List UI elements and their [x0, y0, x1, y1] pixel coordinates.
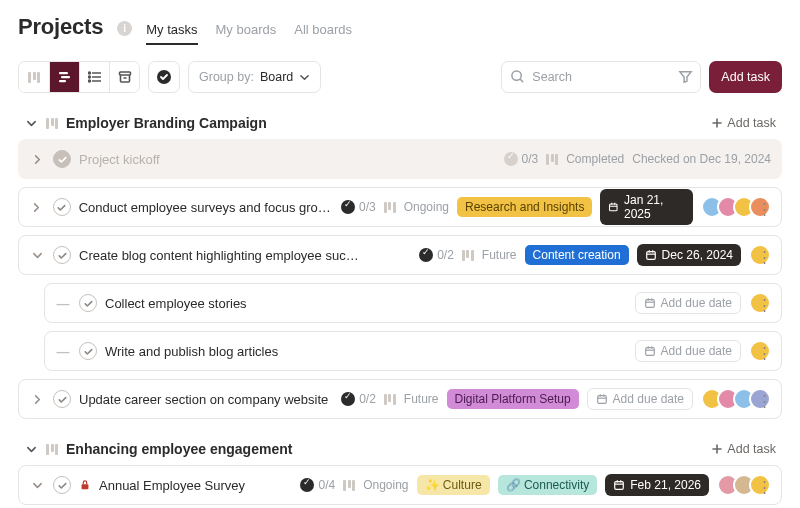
row-menu-icon[interactable]: ⋮	[757, 200, 773, 218]
complete-checkbox[interactable]	[53, 246, 71, 264]
task-row[interactable]: Project kickoff0/3CompletedChecked on De…	[18, 139, 782, 179]
svg-rect-35	[615, 482, 624, 490]
subtask-count: 0/2	[419, 248, 454, 262]
svg-rect-0	[59, 72, 68, 74]
task-row[interactable]: Create blog content highlighting employe…	[18, 235, 782, 275]
subtask-dash-icon: —	[55, 344, 71, 359]
add-due-date[interactable]: Add due date	[635, 340, 741, 362]
row-menu-icon[interactable]: ⋮	[757, 248, 773, 266]
svg-point-12	[512, 71, 521, 80]
list-view-icon[interactable]	[79, 62, 109, 92]
group-collapse-icon[interactable]	[24, 444, 38, 455]
expand-toggle[interactable]	[29, 202, 45, 213]
search-input[interactable]	[501, 61, 701, 93]
lock-icon	[79, 479, 91, 491]
groupby-selector[interactable]: Group by: Board	[188, 61, 321, 93]
svg-rect-22	[645, 300, 654, 308]
svg-rect-14	[610, 204, 618, 211]
tag[interactable]: Research and Insights	[457, 197, 592, 217]
tag[interactable]: 🔗 Connectivity	[498, 475, 598, 495]
tabs: My tasks My boards All boards	[146, 22, 352, 45]
task-row[interactable]: —Collect employee storiesAdd due date⋮	[44, 283, 782, 323]
tag[interactable]: Content creation	[525, 245, 629, 265]
svg-line-13	[521, 79, 524, 82]
add-task-link[interactable]: Add task	[711, 442, 776, 456]
add-task-button[interactable]: Add task	[709, 61, 782, 93]
plus-icon	[711, 117, 723, 129]
task-title: Write and publish blog articles	[105, 344, 278, 359]
tag[interactable]: ✨ Culture	[417, 475, 490, 495]
chevron-down-icon	[299, 72, 310, 83]
row-menu-icon[interactable]: ⋮	[757, 478, 773, 496]
search-icon	[510, 69, 525, 84]
complete-checkbox[interactable]	[53, 198, 71, 216]
check-circle-icon[interactable]	[148, 61, 180, 93]
add-task-link[interactable]: Add task	[711, 116, 776, 130]
tag[interactable]: Digital Platform Setup	[447, 389, 579, 409]
svg-rect-9	[119, 72, 130, 75]
subtask-count: 0/2	[341, 392, 376, 406]
svg-rect-34	[82, 484, 89, 489]
kanban-icon	[384, 394, 396, 405]
timeline-view-icon[interactable]	[49, 62, 79, 92]
view-switcher	[18, 61, 140, 93]
tab-all-boards[interactable]: All boards	[294, 22, 352, 45]
kanban-icon	[343, 480, 355, 491]
expand-toggle[interactable]	[29, 250, 45, 261]
kanban-icon	[46, 444, 58, 455]
kanban-icon	[46, 118, 58, 129]
task-title: Project kickoff	[79, 152, 160, 167]
search-box	[501, 61, 701, 93]
expand-toggle[interactable]	[29, 394, 45, 405]
subtask-count: 0/4	[300, 478, 335, 492]
board-view-icon[interactable]	[19, 62, 49, 92]
svg-rect-1	[61, 76, 70, 78]
task-title: Update career section on company website	[79, 392, 328, 407]
svg-point-7	[88, 76, 90, 78]
kanban-icon	[462, 250, 474, 261]
checked-on-label: Checked on Dec 19, 2024	[632, 152, 771, 166]
svg-point-6	[88, 72, 90, 74]
due-date[interactable]: Feb 21, 2026	[605, 474, 709, 496]
expand-toggle[interactable]	[29, 154, 45, 165]
page-title: Projects	[18, 14, 103, 40]
info-icon[interactable]: i	[117, 21, 132, 36]
groupby-value: Board	[260, 70, 293, 84]
svg-rect-18	[646, 252, 655, 260]
task-row[interactable]: —Write and publish blog articlesAdd due …	[44, 331, 782, 371]
svg-point-8	[88, 80, 90, 82]
group-title: Employer Branding Campaign	[66, 115, 267, 131]
group-collapse-icon[interactable]	[24, 118, 38, 129]
task-row[interactable]: Annual Employee Survey0/4Ongoing✨ Cultur…	[18, 465, 782, 505]
row-menu-icon[interactable]: ⋮	[757, 296, 773, 314]
add-due-date[interactable]: Add due date	[635, 292, 741, 314]
filter-icon[interactable]	[678, 69, 693, 84]
row-menu-icon[interactable]: ⋮	[757, 392, 773, 410]
svg-rect-26	[645, 348, 654, 356]
row-menu-icon[interactable]: ⋮	[757, 344, 773, 362]
plus-icon	[711, 443, 723, 455]
tab-my-boards[interactable]: My boards	[216, 22, 277, 45]
subtask-dash-icon: —	[55, 296, 71, 311]
complete-checkbox[interactable]	[79, 342, 97, 360]
task-title: Annual Employee Survey	[99, 478, 245, 493]
expand-toggle[interactable]	[29, 480, 45, 491]
complete-checkbox[interactable]	[79, 294, 97, 312]
add-due-date[interactable]: Add due date	[587, 388, 693, 410]
task-row[interactable]: Conduct employee surveys and focus group…	[18, 187, 782, 227]
groupby-label: Group by:	[199, 70, 254, 84]
tab-my-tasks[interactable]: My tasks	[146, 22, 197, 45]
complete-checkbox[interactable]	[53, 390, 71, 408]
due-date[interactable]: Jan 21, 2025	[600, 189, 693, 225]
task-row[interactable]: Update career section on company website…	[18, 379, 782, 419]
complete-checkbox[interactable]	[53, 150, 71, 168]
complete-checkbox[interactable]	[53, 476, 71, 494]
status-label: Future	[482, 248, 517, 262]
status-label: Ongoing	[404, 200, 449, 214]
status-label: Ongoing	[363, 478, 408, 492]
due-date[interactable]: Dec 26, 2024	[637, 244, 741, 266]
archive-view-icon[interactable]	[109, 62, 139, 92]
kanban-icon	[546, 154, 558, 165]
status-label: Future	[404, 392, 439, 406]
kanban-icon	[384, 202, 396, 213]
